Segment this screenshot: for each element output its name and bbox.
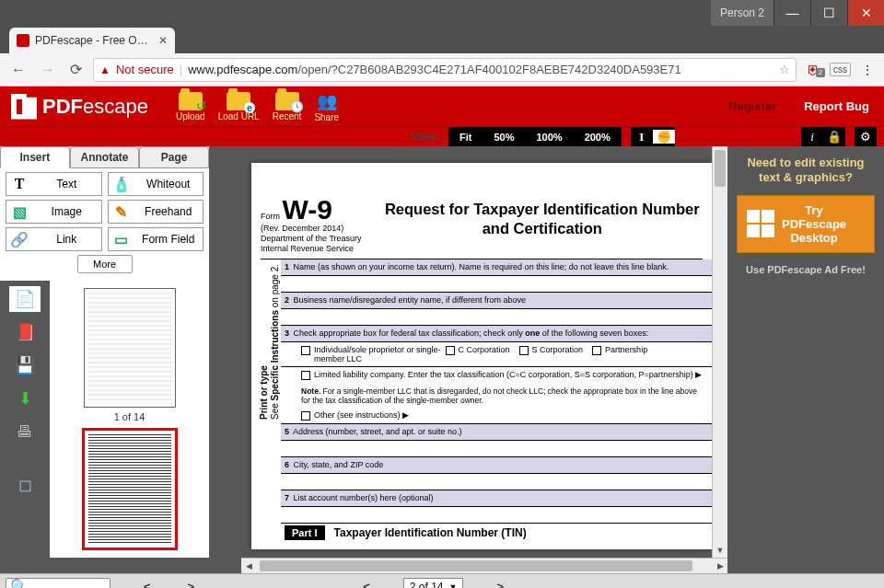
- checkbox-partnership[interactable]: [592, 346, 601, 355]
- whiteout-icon: 🧴: [112, 175, 131, 193]
- security-status: Not secure: [116, 63, 174, 76]
- share-icon: 👥: [317, 91, 337, 111]
- checkbox-scorp[interactable]: [519, 346, 529, 355]
- link-icon: 🔗: [10, 230, 29, 248]
- thumb-next-button[interactable]: >: [182, 580, 201, 588]
- side-download-icon[interactable]: ⬇: [9, 386, 41, 411]
- main-area: Insert Annotate Page TText 🧴Whiteout ▧Im…: [0, 146, 884, 558]
- thumbnail-caption: 1 of 14: [114, 411, 145, 422]
- forward-button[interactable]: →: [37, 60, 59, 80]
- hscroll-thumb[interactable]: [260, 560, 692, 571]
- share-button[interactable]: 👥 Share: [314, 91, 339, 122]
- tab-title: PDFescape - Free Online: [35, 34, 153, 47]
- checkbox-ccorp[interactable]: [446, 346, 455, 355]
- more-tools-button[interactable]: More: [77, 255, 133, 273]
- register-link[interactable]: Register: [728, 99, 776, 113]
- tab-close-icon[interactable]: ✕: [158, 34, 168, 47]
- tool-freehand-button[interactable]: ✎Freehand: [108, 200, 204, 224]
- zoom-fit-button[interactable]: Fit: [448, 127, 483, 146]
- search-box[interactable]: 🔍: [6, 578, 110, 589]
- tool-text-button[interactable]: TText: [6, 172, 102, 196]
- tool-formfield-button[interactable]: ▭Form Field: [108, 227, 204, 251]
- hand-tool-icon[interactable]: ✊: [653, 130, 675, 144]
- reload-button[interactable]: ⟳: [66, 59, 86, 80]
- lock-icon[interactable]: 🔒: [823, 130, 845, 144]
- page-selector[interactable]: 2 of 14 ▼: [403, 578, 464, 589]
- view-toolbar: View: Fit 50% 100% 200% I ✊ i 🔒 ⚙: [0, 126, 884, 146]
- hscroll-right-arrow-icon[interactable]: ▶: [713, 559, 727, 573]
- address-bar[interactable]: ▲ Not secure | www.pdfescape.com/open/?C…: [93, 58, 797, 82]
- field-account: 7 List account number(s) here (optional): [281, 490, 712, 507]
- recent-button[interactable]: 🕓 Recent: [273, 92, 302, 121]
- tool-whiteout-button[interactable]: 🧴Whiteout: [108, 172, 204, 196]
- checkbox-other[interactable]: [301, 411, 310, 421]
- try-desktop-button[interactable]: TryPDFescapeDesktop: [737, 195, 875, 253]
- document-viewer: Print or type See Specific Instructions …: [209, 146, 727, 558]
- tab-insert[interactable]: Insert: [0, 146, 70, 168]
- search-input[interactable]: [32, 581, 106, 589]
- app-header: PDFescape ↺ Upload e Load URL 🕓 Recent 👥…: [0, 86, 884, 126]
- load-url-button[interactable]: e Load URL: [218, 92, 260, 121]
- checkbox-individual[interactable]: [301, 346, 310, 355]
- zoom-100-button[interactable]: 100%: [525, 127, 573, 146]
- thumb-prev-button[interactable]: <: [138, 580, 157, 588]
- zoom-200-button[interactable]: 200%: [574, 127, 622, 146]
- text-icon: T: [10, 175, 29, 193]
- page-next-button[interactable]: >: [491, 580, 509, 588]
- info-icon[interactable]: i: [801, 130, 823, 144]
- scroll-down-arrow-icon[interactable]: ▼: [713, 543, 727, 558]
- browser-menu-icon[interactable]: ⋮: [858, 63, 877, 77]
- report-bug-link[interactable]: Report Bug: [804, 99, 869, 113]
- tool-image-button[interactable]: ▧Image: [6, 200, 102, 224]
- folder-url-icon: e: [227, 92, 250, 110]
- scroll-thumb[interactable]: [715, 150, 726, 187]
- side-print-icon[interactable]: 🖶: [9, 419, 41, 444]
- pdfescape-logo[interactable]: PDFescape: [0, 94, 159, 120]
- page-thumbnails: 1 of 14: [50, 281, 209, 558]
- side-pdf-icon[interactable]: 📕: [9, 319, 41, 345]
- view-label: View:: [0, 127, 448, 146]
- tab-page[interactable]: Page: [139, 146, 209, 168]
- url-text: www.pdfescape.com/open/?C27B608AB293C4E2…: [188, 63, 774, 76]
- chrome-profile-badge[interactable]: Person 2: [711, 0, 774, 26]
- side-save-icon[interactable]: 💾: [9, 352, 41, 378]
- text-cursor-tool-icon[interactable]: I: [631, 130, 653, 144]
- thumbnail-page-1[interactable]: [84, 288, 176, 408]
- part-1-label: Part I: [285, 525, 325, 540]
- magnifier-icon: 🔍: [10, 578, 29, 588]
- tool-link-button[interactable]: 🔗Link: [6, 227, 102, 251]
- folder-upload-icon: ↺: [179, 92, 203, 110]
- side-window-icon[interactable]: ◻: [9, 472, 41, 498]
- hscroll-left-arrow-icon[interactable]: ◀: [241, 559, 256, 573]
- tab-annotate[interactable]: Annotate: [70, 146, 140, 168]
- back-button[interactable]: ←: [7, 60, 29, 80]
- pdf-page[interactable]: Print or type See Specific Instructions …: [251, 163, 712, 549]
- horizontal-scrollbar[interactable]: ◀ ▶: [241, 558, 727, 573]
- window-titlebar: Person 2 — ☐ ✕: [0, 0, 884, 26]
- field-address: 5 Address (number, street, and apt. or s…: [281, 424, 712, 441]
- dropdown-arrow-icon: ▼: [448, 582, 457, 589]
- page-prev-button[interactable]: <: [357, 580, 376, 588]
- ad-free-link[interactable]: Use PDFescape Ad Free!: [746, 264, 866, 275]
- status-bar: 🔍 < > < 2 of 14 ▼ >: [0, 573, 884, 588]
- form-field-icon: ▭: [112, 230, 131, 248]
- css-extension-icon[interactable]: css: [830, 63, 851, 76]
- upload-button[interactable]: ↺ Upload: [176, 92, 205, 121]
- vertical-scrollbar[interactable]: ▲ ▼: [712, 146, 727, 558]
- checkbox-llc[interactable]: [301, 371, 310, 380]
- window-close-button[interactable]: ✕: [847, 0, 884, 26]
- ublock-extension-icon[interactable]: ⛨2: [804, 63, 822, 77]
- logo-icon: [11, 94, 37, 120]
- thumbnail-page-2[interactable]: [84, 430, 176, 549]
- window-maximize-button[interactable]: ☐: [810, 0, 847, 26]
- side-pages-icon[interactable]: 📄: [9, 286, 41, 312]
- bookmark-star-icon[interactable]: ☆: [779, 63, 790, 76]
- settings-gear-icon[interactable]: ⚙: [855, 130, 877, 144]
- warning-icon: ▲: [99, 63, 110, 76]
- folder-recent-icon: 🕓: [275, 92, 299, 110]
- zoom-50-button[interactable]: 50%: [483, 127, 525, 146]
- browser-tab[interactable]: PDFescape - Free Online ✕: [9, 28, 175, 53]
- margin-instructions: Print or type See Specific Instructions …: [259, 264, 281, 420]
- window-minimize-button[interactable]: —: [774, 0, 810, 26]
- pencil-icon: ✎: [112, 202, 131, 221]
